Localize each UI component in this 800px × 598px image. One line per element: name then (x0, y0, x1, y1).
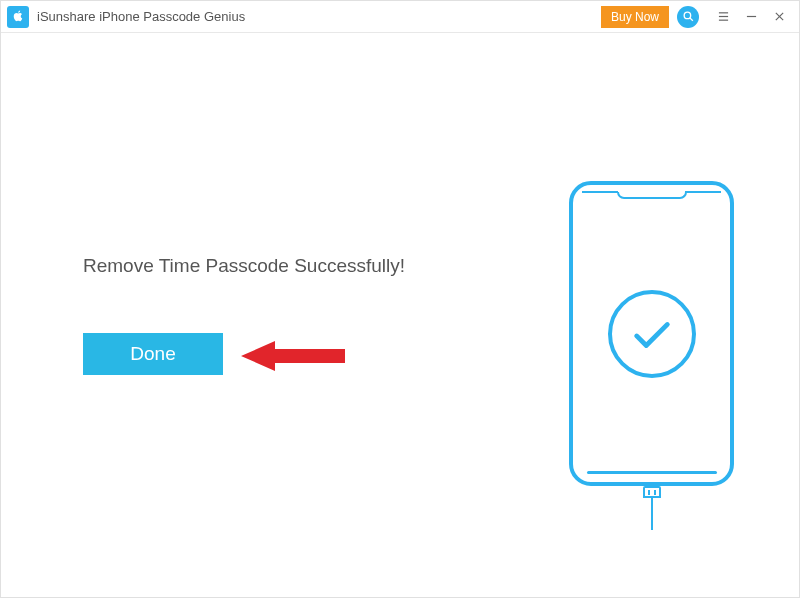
phone-body-icon (569, 181, 734, 486)
hamburger-menu-icon[interactable] (709, 3, 737, 31)
phone-notch-icon (617, 192, 687, 199)
search-icon[interactable] (677, 6, 699, 28)
phone-home-indicator-icon (587, 471, 717, 474)
app-logo-icon (7, 6, 29, 28)
phone-screen-edge-icon (582, 191, 618, 193)
app-window: iSunshare iPhone Passcode Genius Buy Now… (0, 0, 800, 598)
phone-screen-edge-icon (685, 191, 721, 193)
buy-now-button[interactable]: Buy Now (601, 6, 669, 28)
phone-illustration (569, 181, 734, 531)
arrow-annotation-icon (233, 333, 353, 379)
success-checkmark-icon (608, 290, 696, 378)
window-title: iSunshare iPhone Passcode Genius (37, 9, 601, 24)
main-content: Remove Time Passcode Successfully! Done (1, 33, 799, 597)
done-button[interactable]: Done (83, 333, 223, 375)
svg-line-1 (689, 18, 692, 21)
svg-point-0 (684, 12, 691, 19)
phone-cable-icon (637, 486, 667, 531)
titlebar: iSunshare iPhone Passcode Genius Buy Now (1, 1, 799, 33)
close-button[interactable] (765, 3, 793, 31)
success-message: Remove Time Passcode Successfully! (83, 255, 405, 277)
minimize-button[interactable] (737, 3, 765, 31)
